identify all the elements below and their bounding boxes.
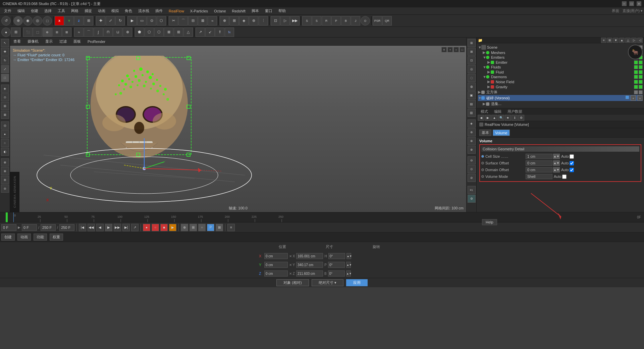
tree-emitter[interactable]: ▶ Emitter [478, 60, 643, 65]
cell-size-stepper[interactable]: ▲▼ [553, 154, 560, 159]
t2-deform3[interactable]: ⇑ [215, 28, 224, 37]
sim-btn3[interactable]: ○ [198, 224, 206, 231]
t2-fx[interactable]: fx [225, 28, 234, 37]
domain-offset-input[interactable] [526, 167, 552, 172]
scale-tool[interactable]: ⤢ [106, 16, 115, 26]
y-button[interactable]: Y [64, 16, 74, 26]
lp-poly[interactable]: ⊠ [1, 111, 9, 119]
volume-mode-dropdown[interactable]: Shell Solid None [526, 174, 552, 179]
nav-bookmark[interactable]: ★ [505, 115, 511, 121]
tab-edit[interactable]: 编辑 [491, 108, 504, 115]
rt-btn1[interactable]: ⊞ [468, 39, 476, 47]
scene-btn1[interactable]: ≡ [601, 38, 606, 43]
sub-view[interactable]: 查看 [11, 38, 23, 45]
point-mode-button[interactable]: ◉ [23, 16, 33, 26]
sub-prorender[interactable]: ProRender [86, 39, 107, 44]
rt-btn10[interactable]: ◈ [468, 119, 476, 128]
rf-btn4[interactable]: P [331, 16, 341, 26]
surface-stepper[interactable]: ▲▼ [553, 160, 560, 166]
end-frame-input[interactable] [41, 224, 56, 231]
menu-simulate[interactable]: 模拟 [109, 8, 121, 14]
x-pos-input[interactable] [264, 253, 288, 259]
timeline-ruler[interactable]: 0 25 50 75 100 125 150 175 200 225 250 [13, 212, 634, 222]
rf-btn5[interactable]: B [341, 16, 351, 26]
key-function[interactable]: 功能 [34, 234, 47, 241]
tree-scene[interactable]: ▼ Scene [478, 45, 643, 50]
bridge-tool[interactable]: ⌒ [178, 16, 188, 26]
smooth-tool[interactable]: ≈ [208, 16, 217, 26]
rt-btn7[interactable]: ▣ [468, 91, 476, 99]
surface-auto-check[interactable] [570, 161, 574, 165]
lasso-tool[interactable]: ⊙ [147, 16, 156, 26]
volume-auto-check[interactable] [562, 174, 567, 179]
play-back[interactable]: ◀ [96, 224, 104, 231]
t2-obj4[interactable]: ⊠ [164, 28, 173, 37]
menu-snap[interactable]: 捕捉 [82, 8, 95, 14]
tree-voronoi[interactable]: ▼ 破碎 (Voronoi) ▲ ▲ [478, 95, 643, 101]
menu-tools[interactable]: 工具 [55, 8, 68, 14]
z-pos-input[interactable] [264, 270, 288, 277]
play-forward[interactable]: ▶ [105, 224, 112, 231]
scene-btn6[interactable]: ▷ [631, 38, 637, 43]
lp-snap3[interactable]: ⊛ [1, 176, 9, 184]
render-view[interactable]: ▷ [280, 16, 290, 26]
sub-display[interactable]: 显示 [43, 38, 55, 45]
t2-deform2[interactable]: ↙ [205, 28, 215, 37]
rt-btn11[interactable]: ⊛ [468, 128, 476, 136]
rotate-tool[interactable]: ↻ [115, 16, 125, 26]
key-animate[interactable]: 动画 [17, 234, 31, 241]
world-coord[interactable]: ⊞ [11, 28, 20, 37]
lp-brush2[interactable]: ● [1, 130, 9, 138]
undo-button[interactable]: ↺ [1, 16, 11, 26]
menu-character[interactable]: 角色 [122, 8, 135, 14]
lp-point[interactable]: ⊙ [1, 93, 9, 101]
z-size-input[interactable] [296, 270, 323, 277]
t2-obj6[interactable]: △ [183, 28, 193, 37]
go-to-end[interactable]: ▶| [122, 224, 130, 231]
tab-mode[interactable]: 模式 [478, 108, 491, 115]
step-back[interactable]: ◀◀ [88, 224, 95, 231]
record-btn[interactable]: ↗ [131, 224, 139, 231]
nav-back[interactable]: ◀ [478, 115, 484, 121]
step-forward[interactable]: ▶▶ [114, 224, 121, 231]
vc-plus[interactable]: + [447, 47, 453, 52]
t2-deform1[interactable]: ↗ [196, 28, 205, 37]
key-create[interactable]: 创建 [1, 234, 15, 241]
t2-spline6[interactable]: ⊕ [123, 28, 132, 37]
x-rot-input[interactable] [328, 253, 345, 259]
menu-edit[interactable]: 编辑 [15, 8, 28, 14]
xyz-button[interactable]: X [55, 16, 64, 26]
qr-button[interactable]: QR [382, 16, 392, 26]
sub-filter[interactable]: 过滤 [57, 38, 69, 45]
rt-btn15[interactable]: ⊙ [468, 165, 476, 173]
menu-octane[interactable]: Octane [211, 8, 228, 14]
close-button[interactable]: × [637, 1, 641, 6]
menu-animate[interactable]: 动画 [95, 8, 108, 14]
snap4-button[interactable]: ⊛ [249, 16, 258, 26]
btn-volume[interactable]: Volume [493, 130, 510, 136]
minimize-button[interactable]: − [622, 1, 627, 6]
rf-btn2[interactable]: S [312, 16, 321, 26]
t2-btn2[interactable]: ⬚ [33, 28, 42, 37]
move-tool[interactable]: ✚ [96, 16, 105, 26]
lp-edge[interactable]: ⊞ [1, 102, 9, 110]
menu-file[interactable]: 文件 [1, 8, 14, 14]
nav-up[interactable]: ▲ [491, 115, 497, 121]
menu-help[interactable]: 帮助 [276, 8, 288, 14]
lp-rotate[interactable]: ↻ [1, 56, 9, 64]
scene-btn2[interactable]: ⊞ [607, 38, 612, 43]
z-rot-input[interactable] [328, 270, 345, 277]
step-input[interactable] [59, 224, 74, 231]
current-frame-input[interactable] [1, 224, 16, 231]
select-tool[interactable]: ▶ [127, 16, 137, 26]
menu-mesh[interactable]: 网格 [68, 8, 81, 14]
menu-redshift[interactable]: Redshift [229, 8, 248, 14]
tree-emitters[interactable]: ▼ Emitters [478, 55, 643, 60]
menu-create[interactable]: 创建 [28, 8, 41, 14]
menu-realflow[interactable]: RealFlow [166, 8, 187, 14]
t2-obj3[interactable]: ⬡ [154, 28, 164, 37]
lp-snap2[interactable]: ⊗ [1, 167, 9, 175]
viewport[interactable]: Simulation *Scene*: → Fluid *Fluid* part… [10, 46, 466, 212]
rt-btn8[interactable]: ▤ [468, 100, 476, 108]
polygon-tool[interactable]: ⬡ [157, 16, 166, 26]
